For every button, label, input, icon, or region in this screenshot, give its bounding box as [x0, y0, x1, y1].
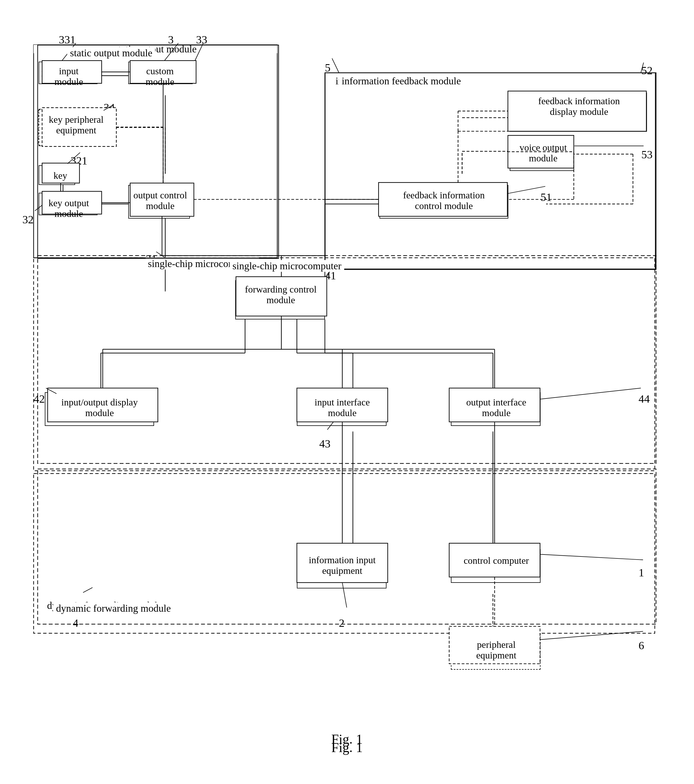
svg-line-90	[156, 252, 164, 257]
control-computer-box: control computer	[451, 549, 541, 583]
number-2: 2	[339, 616, 344, 629]
key-output-module-box: key output module	[39, 193, 97, 215]
number-32: 32	[22, 213, 34, 226]
number-44: 44	[638, 392, 650, 405]
svg-line-99	[83, 588, 93, 593]
svg-line-101	[540, 554, 643, 560]
svg-line-94	[508, 186, 545, 194]
input-interface-module-box: input interface module	[297, 392, 386, 426]
input-module-box: input module	[39, 62, 97, 84]
key-peripheral-equipment-box: key peripheral equipment	[39, 109, 112, 146]
number-53: 53	[641, 148, 653, 161]
feedback-info-display-box: feedback information display module	[510, 92, 647, 132]
svg-line-91	[332, 58, 339, 72]
static-output-module-text: static output module	[67, 47, 155, 59]
number-6: 6	[638, 639, 644, 652]
voice-output-module-box: voice output module	[510, 137, 574, 171]
peripheral-equipment-box: peripheral equipment	[451, 633, 541, 670]
feedback-info-control-box: feedback information control module	[380, 185, 508, 219]
key-box: key	[39, 165, 75, 185]
number-33: 33	[196, 33, 207, 46]
svg-line-102	[540, 631, 643, 640]
info-feedback-module-text: information feedback module	[339, 75, 464, 87]
number-52: 52	[641, 64, 653, 77]
dynamic-forwarding-text: dynamic forwarding module	[53, 603, 174, 614]
number-4: 4	[73, 616, 79, 629]
number-43: 43	[319, 437, 331, 450]
single-chip-text: single-chip microcomputer	[230, 260, 344, 272]
number-5: 5	[325, 61, 331, 74]
fig-1-label: Fig. 1	[17, 740, 677, 755]
output-interface-module-box: output interface module	[451, 392, 541, 426]
forwarding-control-module-box: forwarding control module	[235, 280, 325, 320]
input-output-display-box: input/output display module	[45, 392, 154, 426]
output-control-module-box: output control module	[128, 185, 190, 219]
svg-rect-38	[38, 255, 656, 463]
svg-line-98	[540, 388, 641, 399]
number-51: 51	[541, 191, 552, 204]
custom-module-box: custom module	[128, 62, 193, 84]
number-331: 331	[59, 33, 76, 46]
svg-rect-2	[34, 258, 655, 471]
number-1: 1	[638, 566, 644, 579]
number-42: 42	[34, 392, 45, 405]
information-input-equipment-box: information input equipment	[297, 549, 386, 588]
